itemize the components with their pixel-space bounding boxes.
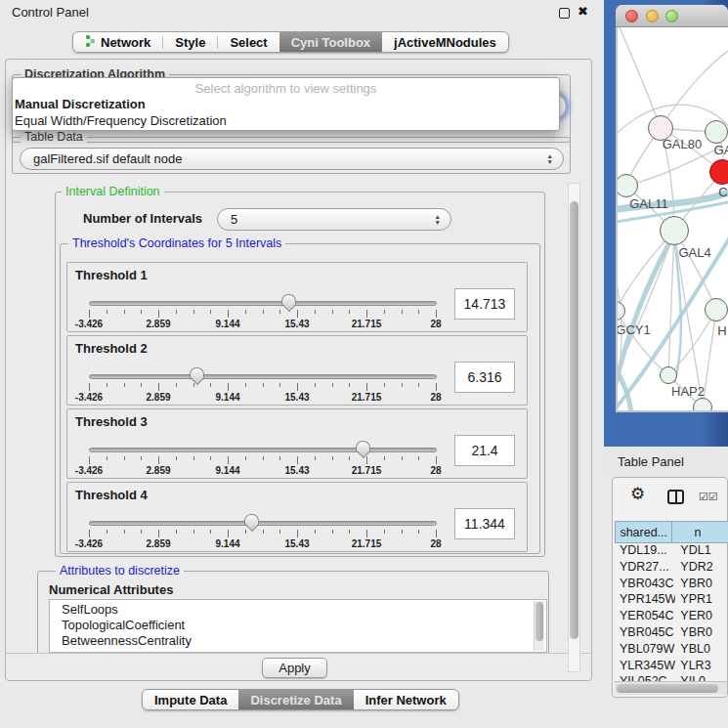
table-cell[interactable]: YBR045C (615, 625, 675, 642)
table-cell[interactable]: YPR145W (615, 592, 675, 609)
tab-network[interactable]: Network (73, 32, 162, 52)
popup-option-equal-width[interactable]: Equal Width/Frequency Discretization (15, 113, 227, 128)
table-cell[interactable]: YBR0 (675, 577, 728, 593)
table-cell[interactable]: YLR345W (615, 659, 675, 675)
zoom-traffic-light[interactable] (665, 10, 678, 22)
tick-mark (436, 530, 437, 537)
network-window-titlebar[interactable] (616, 5, 728, 27)
threshold-1-value-field[interactable]: 14.713 (454, 288, 515, 320)
slider-track[interactable] (89, 301, 437, 306)
network-node[interactable] (693, 398, 712, 410)
table-data-combobox[interactable]: galFiltered.sif default node ▲▼ (20, 148, 564, 170)
tab-impute-data[interactable]: Impute Data (143, 690, 238, 709)
network-node[interactable] (660, 366, 677, 384)
tab-select[interactable]: Select (218, 32, 278, 52)
table-cell[interactable]: YER0 (675, 609, 728, 625)
table-cell[interactable]: YBR043C (615, 577, 675, 593)
tick-mark (332, 383, 333, 387)
gear-icon[interactable]: ⚙ (630, 484, 645, 504)
tick-mark (245, 530, 246, 534)
table-cell[interactable]: YLR3 (675, 659, 728, 675)
threshold-4-slider[interactable]: -3.4262.8599.14415.4321.71528 (87, 518, 441, 549)
tab-infer-network[interactable]: Infer Network (354, 690, 458, 709)
tab-jactivemnodules[interactable]: jActiveMNodules (382, 32, 508, 52)
table-cell[interactable]: YDR2 (675, 560, 728, 577)
apply-button[interactable]: Apply (262, 658, 327, 678)
slider-track[interactable] (89, 374, 437, 379)
control-panel-titlebar: Control Panel ✖ (0, 0, 604, 25)
slider-track[interactable] (89, 521, 437, 526)
numerical-attributes-list[interactable]: SelfLoopsTopologicalCoefficientBetweenne… (49, 599, 547, 653)
table-cell[interactable]: YBL079W (615, 642, 675, 659)
tab-discretize-data[interactable]: Discretize Data (238, 690, 353, 709)
minimize-traffic-light[interactable] (646, 10, 659, 22)
tab-cyni-toolbox[interactable]: Cyni Toolbox (279, 32, 382, 52)
network-node-label: GAL4 (678, 245, 710, 260)
tick-mark (384, 383, 385, 387)
table-row[interactable]: YER054CYER0 (615, 609, 728, 625)
tick-mark (315, 530, 316, 534)
tick-mark (228, 383, 229, 391)
slider-track[interactable] (89, 448, 437, 452)
threshold-1-slider[interactable]: -3.4262.8599.14415.4321.71528 (87, 298, 441, 329)
network-node-label: GCY1 (618, 322, 651, 337)
attribute-item[interactable]: SelfLoops (62, 602, 546, 618)
threshold-2-slider[interactable]: -3.4262.8599.14415.4321.71528 (87, 371, 441, 403)
threshold-coordinates-group: Threshold's Coordinates for 5 Intervals … (60, 243, 540, 554)
threshold-3-label: Threshold 3 (75, 414, 148, 429)
table-row[interactable]: YBL079WYBL0 (615, 642, 728, 659)
threshold-4-value-field[interactable]: 11.344 (454, 508, 515, 539)
panel-vertical-scrollbar[interactable] (568, 183, 580, 672)
table-cell[interactable]: YPR1 (675, 592, 728, 609)
scrollbar-thumb[interactable] (535, 602, 543, 641)
threshold-3-value-field[interactable]: 21.4 (454, 435, 515, 466)
table-row[interactable]: YDL19...YDL1 (615, 543, 728, 560)
split-columns-icon[interactable] (667, 490, 684, 504)
slider-thumb[interactable] (281, 294, 296, 305)
network-node-label: GAL80 (663, 137, 702, 151)
select-columns-checkboxes-icon[interactable]: ☑☑ (699, 491, 718, 503)
tick-mark (158, 383, 159, 391)
table-row[interactable]: YBR043CYBR0 (615, 577, 728, 593)
tick-mark (418, 456, 419, 460)
table-row[interactable]: YBR045CYBR0 (615, 625, 728, 642)
network-node[interactable] (660, 216, 689, 245)
slider-thumb[interactable] (244, 514, 259, 525)
attributes-list-scrollbar[interactable] (534, 601, 544, 651)
stepper-icon: ▲▼ (547, 153, 553, 165)
attribute-item[interactable]: TopologicalCoefficient (62, 618, 546, 633)
table-cell[interactable]: YDL1 (675, 543, 728, 560)
table-panel: ⚙ ☑☑ shared... n YDL19...YDL1YDR27...YDR… (612, 477, 728, 698)
table-horizontal-scrollbar[interactable] (615, 681, 727, 695)
table-row[interactable]: YDR27...YDR2 (615, 560, 728, 577)
column-header-name[interactable]: n (672, 521, 728, 543)
threshold-1-box: Threshold 1 -3.4262.8599.14415.4321.7152… (66, 262, 528, 332)
scrollbar-thumb[interactable] (617, 684, 718, 693)
number-of-intervals-combobox[interactable]: 5 ▲▼ (217, 208, 451, 231)
table-cell[interactable]: YBR0 (675, 625, 728, 642)
network-node[interactable] (705, 120, 728, 144)
attribute-item[interactable]: BetweennessCentrality (62, 633, 546, 649)
table-row[interactable]: YLR345WYLR3 (615, 659, 728, 675)
network-node[interactable] (709, 159, 728, 185)
scrollbar-thumb[interactable] (570, 201, 578, 639)
close-traffic-light[interactable] (625, 10, 638, 22)
threshold-3-slider[interactable]: -3.4262.8599.14415.4321.71528 (87, 445, 441, 476)
table-cell[interactable]: YDR27... (615, 560, 675, 577)
threshold-2-value-field[interactable]: 6.316 (454, 362, 515, 393)
tab-style[interactable]: Style (163, 32, 217, 52)
slider-thumb[interactable] (190, 367, 204, 378)
tick-mark (124, 530, 125, 534)
table-cell[interactable]: YER054C (615, 609, 675, 625)
float-window-icon[interactable] (559, 8, 570, 19)
threshold-4-box: Threshold 4 -3.4262.8599.14415.4321.7152… (66, 482, 528, 552)
network-canvas[interactable]: GAL80GACGAL11GAL4GCY1HHAP2 (618, 27, 728, 410)
network-node[interactable] (705, 298, 728, 321)
table-cell[interactable]: YBL0 (675, 642, 728, 659)
table-row[interactable]: YPR145WYPR1 (615, 592, 728, 609)
slider-thumb[interactable] (356, 441, 370, 451)
column-header-shared[interactable]: shared... (615, 521, 672, 543)
table-cell[interactable]: YDL19... (615, 543, 675, 560)
popup-option-manual-discretization[interactable]: Manual Discretization (15, 97, 146, 111)
close-icon[interactable]: ✖ (578, 4, 588, 19)
